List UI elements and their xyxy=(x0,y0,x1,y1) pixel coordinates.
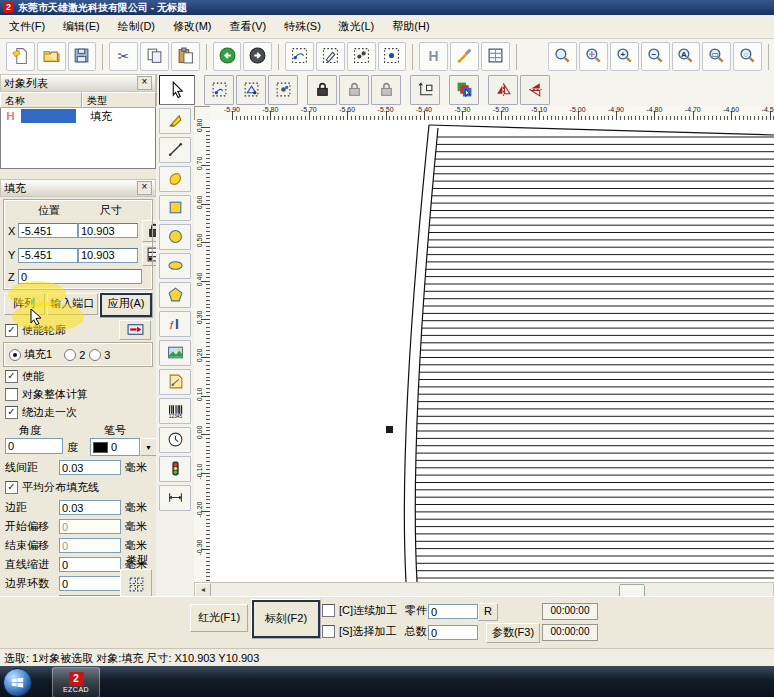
radio-icon[interactable] xyxy=(89,349,101,361)
mark-button[interactable]: 标刻(F2) xyxy=(252,600,320,638)
taskbar-app-ezcad[interactable]: 2 EZCAD xyxy=(52,667,100,697)
paste-button[interactable] xyxy=(171,42,200,71)
panel-splitter[interactable] xyxy=(0,169,156,179)
y-position-field[interactable] xyxy=(18,248,78,263)
continuous-checkbox[interactable] xyxy=(322,604,335,617)
undo-button[interactable] xyxy=(213,42,242,71)
zoom-all-button[interactable]: A xyxy=(672,42,701,71)
zoom-in-button[interactable]: + xyxy=(610,42,639,71)
menu-item-5[interactable]: 特殊(S) xyxy=(275,15,330,38)
y-size-field[interactable] xyxy=(78,248,138,263)
part-count-field[interactable] xyxy=(428,604,478,619)
join-node-button[interactable] xyxy=(347,42,376,71)
red-light-button[interactable]: 红光(F1) xyxy=(190,604,248,632)
select-button[interactable] xyxy=(159,75,195,105)
avg-dist-checkbox[interactable] xyxy=(5,481,18,494)
pen-select[interactable]: 0 xyxy=(90,438,140,456)
select-process-checkbox[interactable] xyxy=(322,625,335,638)
new-file-button[interactable] xyxy=(6,42,35,71)
edge-once-checkbox[interactable] xyxy=(5,406,18,419)
chevron-down-icon[interactable]: ▼ xyxy=(140,438,157,456)
image-tool-button[interactable] xyxy=(159,340,191,366)
io-control-tool-button[interactable] xyxy=(159,456,191,482)
cut-button[interactable]: ✂ xyxy=(109,42,138,71)
menu-item-4[interactable]: 查看(V) xyxy=(221,15,276,38)
enable-checkbox[interactable] xyxy=(5,370,18,383)
enable-contour-checkbox[interactable] xyxy=(5,324,18,337)
x-size-field[interactable] xyxy=(78,223,138,238)
zoom-object-button[interactable]: ◌ xyxy=(733,42,762,71)
redo-button[interactable] xyxy=(243,42,272,71)
table-button[interactable] xyxy=(481,42,510,71)
param-field[interactable] xyxy=(59,576,121,591)
node-pen-tool-button[interactable] xyxy=(159,108,191,134)
scroll-left-arrow-icon[interactable]: ◂ xyxy=(195,583,211,597)
put-to-center-button[interactable] xyxy=(236,75,266,105)
radio-icon[interactable] xyxy=(9,349,21,361)
barcode-tool-button[interactable]: 12345 xyxy=(159,398,191,424)
dimension-tool-button[interactable] xyxy=(159,485,191,511)
axes-button[interactable] xyxy=(410,75,440,105)
tools-button[interactable] xyxy=(450,42,479,71)
ellipse-tool-button[interactable] xyxy=(159,253,191,279)
fill-option-3[interactable]: 3 xyxy=(89,349,110,361)
zoom-out-button[interactable]: − xyxy=(641,42,670,71)
clock-tool-button[interactable] xyxy=(159,427,191,453)
close-icon[interactable]: × xyxy=(137,181,152,195)
apply-button[interactable]: 应用(A) xyxy=(100,293,152,317)
circle-tool-button[interactable] xyxy=(159,224,191,250)
close-icon[interactable]: × xyxy=(137,76,152,90)
put-to-position-button[interactable] xyxy=(268,75,298,105)
selection-handle[interactable] xyxy=(386,426,393,433)
mark-contour-param-button[interactable] xyxy=(119,320,151,340)
reset-count-button[interactable]: R xyxy=(478,603,498,621)
param-field[interactable] xyxy=(59,557,121,572)
menu-item-7[interactable]: 帮助(H) xyxy=(383,15,438,38)
total-count-field[interactable] xyxy=(428,625,478,640)
zoom-window-button[interactable] xyxy=(548,42,577,71)
line-tool-button[interactable] xyxy=(159,137,191,163)
fill-option-1[interactable]: 填充1 xyxy=(9,347,52,362)
lock-dark-button[interactable] xyxy=(307,75,337,105)
vector-file-tool-button[interactable] xyxy=(159,369,191,395)
fill-option-2[interactable]: 2 xyxy=(64,349,85,361)
menu-item-2[interactable]: 绘制(D) xyxy=(109,15,164,38)
hatch-tool-button[interactable]: H xyxy=(419,42,448,71)
menu-item-0[interactable]: 文件(F) xyxy=(0,15,54,38)
param-field[interactable] xyxy=(59,538,121,553)
param-field[interactable] xyxy=(59,519,121,534)
zoom-pan-button[interactable]: ✛ xyxy=(579,42,608,71)
menu-item-3[interactable]: 修改(M) xyxy=(164,15,221,38)
param-button[interactable]: 参数(F3) xyxy=(486,623,540,643)
lock-open-button[interactable] xyxy=(339,75,369,105)
select-node-button[interactable] xyxy=(378,42,407,71)
radio-icon[interactable] xyxy=(64,349,76,361)
canvas-drawing[interactable] xyxy=(210,120,774,582)
open-file-button[interactable] xyxy=(37,42,66,71)
array-button[interactable]: 阵列 xyxy=(4,293,45,315)
angle-field[interactable] xyxy=(5,438,63,454)
line-space-field[interactable] xyxy=(59,460,121,475)
copy-button[interactable] xyxy=(140,42,169,71)
text-tool-button[interactable]: fI xyxy=(159,311,191,337)
rectangle-tool-button[interactable] xyxy=(159,195,191,221)
whole-calc-checkbox[interactable] xyxy=(5,388,18,401)
scrollbar-thumb[interactable] xyxy=(619,584,645,597)
menu-item-1[interactable]: 编辑(E) xyxy=(54,15,109,38)
start-button[interactable] xyxy=(3,668,32,697)
z-position-field[interactable] xyxy=(18,269,142,284)
x-position-field[interactable] xyxy=(18,223,78,238)
zoom-page-button[interactable]: ▭ xyxy=(702,42,731,71)
edit-node-button[interactable] xyxy=(316,42,345,71)
polygon-tool-button[interactable] xyxy=(159,282,191,308)
mirror-vertical-button[interactable] xyxy=(520,75,550,105)
put-to-origin-button[interactable] xyxy=(204,75,234,105)
layer-colors-button[interactable] xyxy=(449,75,479,105)
mirror-horizontal-button[interactable] xyxy=(488,75,518,105)
column-header-name[interactable]: 名称 xyxy=(0,92,82,108)
list-item[interactable]: H 填充 xyxy=(1,108,155,124)
save-file-button[interactable] xyxy=(68,42,97,71)
drawing-canvas[interactable] xyxy=(210,120,774,582)
object-name-cell[interactable] xyxy=(21,109,76,123)
column-header-type[interactable]: 类型 xyxy=(82,92,156,108)
